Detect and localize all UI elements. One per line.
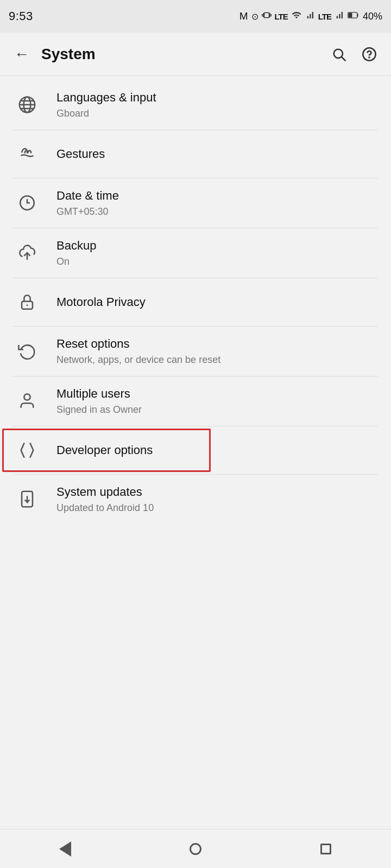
updates-title: System updates: [56, 484, 154, 500]
battery-icon: [348, 10, 360, 23]
developer-title: Developer options: [56, 443, 153, 458]
updates-subtitle: Updated to Android 10: [56, 502, 154, 514]
person-icon: [13, 387, 41, 415]
status-time: 9:53: [9, 9, 33, 23]
reset-subtitle: Network, apps, or device can be reset: [56, 354, 220, 366]
datetime-subtitle: GMT+05:30: [56, 206, 119, 218]
users-title: Multiple users: [56, 386, 142, 402]
settings-item-datetime[interactable]: Date & time GMT+05:30: [0, 178, 391, 228]
battery-percent: 40%: [363, 11, 382, 22]
settings-item-developer[interactable]: Developer options: [0, 426, 391, 474]
nav-home-icon: [190, 843, 201, 855]
nav-home-button[interactable]: [174, 833, 217, 865]
system-update-icon: [13, 485, 41, 513]
back-button[interactable]: ←: [9, 41, 35, 67]
reset-text: Reset options Network, apps, or device c…: [56, 336, 220, 366]
backup-title: Backup: [56, 238, 96, 254]
wifi-icon: [291, 10, 302, 23]
settings-item-users[interactable]: Multiple users Signed in as Owner: [0, 376, 391, 426]
lte2-icon: LTE: [318, 12, 331, 21]
signal-icon: [305, 10, 315, 23]
backup-subtitle: On: [56, 256, 96, 268]
settings-item-gestures[interactable]: Gestures: [0, 130, 391, 178]
settings-item-updates[interactable]: System updates Updated to Android 10: [0, 475, 391, 524]
languages-text: Languages & input Gboard: [56, 90, 156, 120]
nav-back-button[interactable]: [43, 833, 87, 865]
globe-icon: [13, 91, 41, 119]
app-bar: ← System: [0, 33, 391, 76]
privacy-title: Motorola Privacy: [56, 295, 146, 310]
help-button[interactable]: [356, 41, 382, 67]
history-icon: [13, 337, 41, 365]
nav-back-icon: [59, 841, 71, 857]
gestures-title: Gestures: [56, 146, 105, 162]
back-arrow-icon: ←: [14, 46, 29, 63]
settings-item-reset[interactable]: Reset options Network, apps, or device c…: [0, 327, 391, 376]
code-icon: [13, 436, 41, 464]
status-icons: M ⊙ LTE LTE 40%: [239, 10, 382, 23]
users-subtitle: Signed in as Owner: [56, 404, 142, 416]
svg-rect-1: [349, 12, 352, 17]
help-icon: [362, 47, 377, 62]
signal2-icon: [335, 10, 344, 23]
svg-point-14: [27, 304, 28, 306]
settings-item-privacy[interactable]: Motorola Privacy: [0, 278, 391, 326]
datetime-text: Date & time GMT+05:30: [56, 188, 119, 218]
app-bar-actions: [326, 41, 382, 67]
mail-icon: M: [239, 10, 248, 22]
gestures-text: Gestures: [56, 146, 105, 162]
nav-recent-button[interactable]: [304, 833, 348, 865]
camera-icon: ⊙: [251, 11, 258, 22]
reset-title: Reset options: [56, 336, 220, 352]
clock-icon: [13, 189, 41, 217]
updates-text: System updates Updated to Android 10: [56, 484, 154, 514]
privacy-text: Motorola Privacy: [56, 295, 146, 310]
developer-text: Developer options: [56, 443, 153, 458]
bottom-nav: [0, 829, 391, 868]
settings-list: Languages & input Gboard Gestures: [0, 76, 391, 528]
page-title: System: [41, 46, 326, 63]
datetime-title: Date & time: [56, 188, 119, 204]
cloud-upload-icon: [13, 239, 41, 267]
lte-icon: LTE: [275, 12, 288, 21]
languages-subtitle: Gboard: [56, 107, 156, 120]
languages-title: Languages & input: [56, 90, 156, 106]
backup-text: Backup On: [56, 238, 96, 268]
vibrate-icon: [262, 10, 272, 22]
users-text: Multiple users Signed in as Owner: [56, 386, 142, 416]
svg-point-5: [369, 57, 369, 58]
status-bar: 9:53 M ⊙ LTE LTE 40%: [0, 0, 391, 33]
search-icon: [331, 47, 346, 62]
nav-recent-icon: [320, 844, 331, 854]
settings-item-backup[interactable]: Backup On: [0, 228, 391, 278]
search-button[interactable]: [326, 41, 352, 67]
settings-item-languages[interactable]: Languages & input Gboard: [0, 80, 391, 130]
lock-icon: [13, 288, 41, 316]
svg-line-3: [342, 57, 345, 60]
svg-point-15: [24, 394, 30, 400]
gesture-icon: [13, 140, 41, 168]
